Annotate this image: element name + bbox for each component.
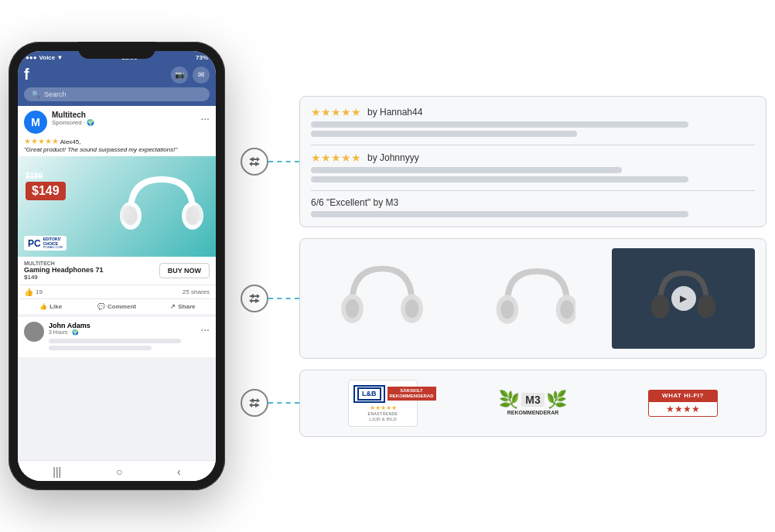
signal-icon: ●●● <box>26 54 37 61</box>
reviews-arrow-icon <box>241 148 268 176</box>
old-price: $199 <box>26 172 66 180</box>
phone-bottom-nav: ||| ○ ‹ <box>18 460 216 481</box>
next-post: John Adams 3 Hours · 🌍 ··· <box>18 317 216 357</box>
like-label: Like <box>50 303 62 310</box>
m3-laurel: 🌿 M3 🌿 <box>502 390 564 410</box>
fb-logo: f <box>24 66 29 84</box>
reviews-row: ★★★★★ by Hannah44 ★★★★★ by Johnnyyy <box>241 96 766 227</box>
review3-line1 <box>311 211 688 217</box>
new-price: $149 <box>26 182 66 200</box>
feed-content: M Multitech Sponsored · 🌍 ··· ★★★★★ <box>18 106 216 460</box>
product-name: Gaming Headphones 71 <box>24 266 104 274</box>
post-user-name: John Adams <box>49 322 196 329</box>
pc-sub-label: PCMAG.COM <box>43 246 63 249</box>
review-item-3: 6/6 "Excellent" by M3 <box>311 197 755 217</box>
reviewer-name: Alex45, <box>60 138 81 145</box>
awards-row: L&B SÄRSKILT REKOMMENDERAD ★★★★★ ENASTÅE… <box>241 370 766 437</box>
buy-now-button[interactable]: BUY NOW <box>159 263 210 278</box>
review-divider-2 <box>311 190 755 191</box>
ad-card: M Multitech Sponsored · 🌍 ··· ★★★★★ <box>18 106 216 314</box>
images-dotted-line <box>268 298 299 299</box>
review2-line2 <box>311 176 688 182</box>
m3-rec-label: REKOMMENDERAR <box>502 410 564 416</box>
voice-label: Voice ▼ <box>39 54 63 61</box>
review1-stars: ★★★★★ <box>311 106 361 118</box>
share-icon: ↗ <box>170 303 176 310</box>
awards-arrow-icon <box>241 389 268 417</box>
search-icon: 🔍 <box>32 90 40 98</box>
circle-nav-icon[interactable]: ○ <box>116 466 122 478</box>
lb-logo: L&B <box>353 385 385 403</box>
review2-author: by Johnnyyy <box>367 152 419 163</box>
brand-name: MULTITECH <box>24 261 104 266</box>
review-item-2: ★★★★★ by Johnnyyy <box>311 152 755 182</box>
comment-button[interactable]: 💬 Comment <box>84 301 149 312</box>
back-nav-icon[interactable]: ‹ <box>177 466 181 478</box>
review-stars: ★★★★★ <box>24 137 59 145</box>
share-label: Share <box>178 303 195 310</box>
advertiser-avatar: M <box>24 111 47 134</box>
messenger-icon[interactable]: ✉ <box>193 66 210 84</box>
fb-header: f 📷 ✉ 🔍 Search <box>18 63 216 106</box>
ad-review: ★★★★★ Alex45, "Great product! The sound … <box>18 137 216 156</box>
review-item-1: ★★★★★ by Hannah44 <box>311 106 755 137</box>
reviews-dotted-line <box>268 161 299 162</box>
awards-dotted-line <box>268 402 299 404</box>
sponsored-label: Sponsored · 🌍 <box>52 119 196 126</box>
m3-logo: M3 <box>521 393 544 407</box>
like-button[interactable]: 👍 Like <box>18 301 84 312</box>
svg-point-13 <box>698 295 716 319</box>
ad-cta-area: MULTITECH Gaming Headphones 71 $149 BUY … <box>18 257 216 285</box>
lb-sub-label: ENASTÅENDE <box>353 411 412 416</box>
search-placeholder: Search <box>44 90 67 98</box>
pc-logo: PC <box>28 238 41 249</box>
product-img-2 <box>462 248 605 349</box>
whathifi-title: WHAT HI-FI? <box>648 390 718 401</box>
review1-author: by Hannah44 <box>367 107 422 118</box>
whathifi-stars: ★★★★ <box>648 401 718 417</box>
lb-stars: ★★★★★ <box>353 404 412 411</box>
headphones-image <box>115 168 208 253</box>
shares-count: 25 shares <box>183 288 210 295</box>
post-more-icon[interactable]: ··· <box>200 323 210 336</box>
lb-subtitle: LJUD & BILD <box>353 417 412 421</box>
likes-count: 19 <box>36 288 43 295</box>
svg-point-7 <box>405 299 419 318</box>
phone-screen: ●●● Voice ▼ 13:56 73% f 📷 ✉ <box>18 51 216 481</box>
svg-point-11 <box>560 300 574 319</box>
reactions-bar: 👍 19 25 shares <box>18 285 216 298</box>
pc-badge: PC EDITORS' CHOICE PCMAG.COM <box>24 236 67 251</box>
product-price: $149 <box>24 274 104 281</box>
battery-label: 73% <box>196 54 208 61</box>
search-bar[interactable]: 🔍 Search <box>24 87 210 101</box>
review2-line1 <box>311 167 622 173</box>
svg-point-5 <box>346 299 360 318</box>
user-avatar <box>24 322 44 342</box>
awards-panel: L&B SÄRSKILT REKOMMENDERAD ★★★★★ ENASTÅE… <box>299 370 766 437</box>
review1-line1 <box>311 121 688 128</box>
lb-award: L&B SÄRSKILT REKOMMENDERAD ★★★★★ ENASTÅE… <box>311 380 455 427</box>
ad-image: $199 $149 <box>18 156 216 257</box>
svg-point-12 <box>651 295 670 319</box>
review2-stars: ★★★★★ <box>311 152 361 164</box>
images-panel: ▶ <box>299 238 766 359</box>
post-content-lines <box>49 339 196 350</box>
product-img-1 <box>311 248 454 349</box>
reviews-panel: ★★★★★ by Hannah44 ★★★★★ by Johnnyyy <box>299 96 766 227</box>
review3-score: 6/6 "Excellent" by M3 <box>311 197 755 208</box>
images-arrow-icon <box>241 285 268 312</box>
m3-award: 🌿 M3 🌿 REKOMMENDERAR <box>461 390 605 416</box>
play-button[interactable]: ▶ <box>671 286 696 311</box>
home-nav-icon[interactable]: ||| <box>53 466 61 478</box>
phone-mockup: ●●● Voice ▼ 13:56 73% f 📷 ✉ <box>9 42 225 490</box>
panels-container: ★★★★★ by Hannah44 ★★★★★ by Johnnyyy <box>241 96 766 437</box>
camera-icon[interactable]: 📷 <box>171 66 188 84</box>
main-container: ●●● Voice ▼ 13:56 73% f 📷 ✉ <box>9 11 766 521</box>
review-quote: "Great product! The sound surpassed my e… <box>24 146 210 153</box>
svg-point-9 <box>500 300 514 319</box>
more-options-icon[interactable]: ··· <box>200 112 210 124</box>
lb-rec-label: SÄRSKILT REKOMMENDERAD <box>388 387 436 401</box>
share-button[interactable]: ↗ Share <box>150 301 216 312</box>
post-time: 3 Hours · 🌍 <box>49 329 196 336</box>
product-img-video[interactable]: ▶ <box>612 248 755 349</box>
